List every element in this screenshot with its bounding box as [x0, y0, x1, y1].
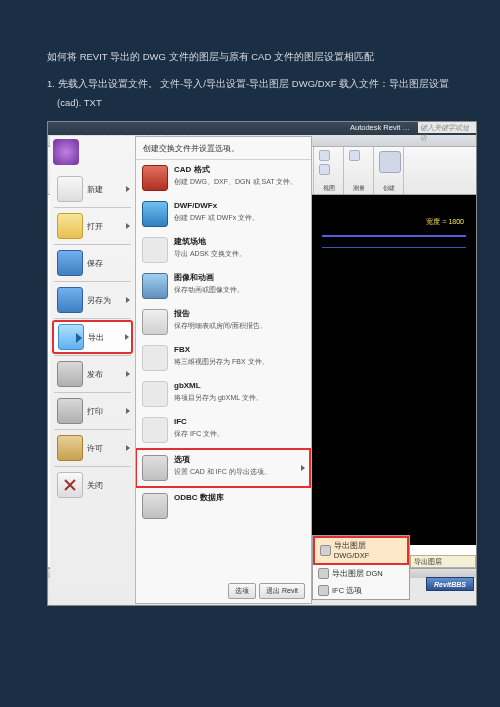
exit-revit-button[interactable]: 退出 Revit	[259, 583, 305, 599]
chevron-right-icon	[301, 465, 305, 471]
saveas-icon	[57, 287, 83, 313]
open-icon	[57, 213, 83, 239]
menu-saveas[interactable]: 另存为	[52, 283, 133, 317]
submenu-item-desc: 导出 ADSK 交换文件。	[174, 249, 304, 258]
drawing-line	[322, 247, 466, 248]
menu-save[interactable]: 保存	[52, 246, 133, 280]
chevron-right-icon	[126, 371, 130, 377]
watermark-logo: RevitBBS	[426, 577, 474, 591]
search-box[interactable]: 键入关键字或短语	[418, 122, 476, 133]
fbx-icon	[142, 345, 168, 371]
tool-icon[interactable]	[349, 150, 360, 161]
menu-close[interactable]: 关闭	[52, 468, 133, 502]
submenu-item-desc: 将项目另存为 gbXML 文件。	[174, 393, 304, 402]
save-icon	[57, 250, 83, 276]
flyout-export-layers-dgn[interactable]: 导出图层 DGN	[313, 565, 409, 582]
adsk-icon	[142, 237, 168, 263]
menu-new[interactable]: 新建	[52, 172, 133, 206]
submenu-item-title: DWF/DWFx	[174, 201, 304, 211]
layers-icon	[318, 568, 329, 579]
separator	[54, 392, 131, 393]
drawing-canvas[interactable]: 宽度 = 1800	[312, 195, 476, 545]
publish-icon	[57, 361, 83, 387]
submenu-header: 创建交换文件并设置选项。	[135, 140, 311, 160]
submenu-options[interactable]: 选项设置 CAD 和 IFC 的导出选项。	[135, 448, 311, 488]
submenu-cad-formats[interactable]: CAD 格式创建 DWG、DXF、DGN 或 SAT 文件。	[135, 160, 311, 196]
menu-label: 许可	[87, 443, 103, 454]
separator	[54, 429, 131, 430]
dwf-icon	[142, 201, 168, 227]
revit-logo-icon[interactable]	[53, 139, 79, 165]
ifc-icon	[142, 417, 168, 443]
submenu-item-title: IFC	[174, 417, 304, 427]
separator	[54, 466, 131, 467]
flyout-label: 导出图层 DWG/DXF	[334, 541, 402, 560]
product-name: Autodesk Revit …	[346, 122, 414, 133]
image-icon	[142, 273, 168, 299]
flyout-ifc-options[interactable]: IFC 选项	[313, 582, 409, 599]
document-title: 如何将 REVIT 导出的 DWG 文件的图层与原有 CAD 文件的图层设置相匹…	[47, 48, 453, 65]
wrench-icon	[142, 455, 168, 481]
menu-label: 发布	[87, 369, 103, 380]
menu-label: 导出	[88, 332, 104, 343]
menu-label: 新建	[87, 184, 103, 195]
menu-export[interactable]: 导出	[52, 320, 133, 354]
submenu-item-title: 选项	[174, 455, 304, 465]
separator	[54, 244, 131, 245]
flyout-export-layers-dwg[interactable]: 导出图层 DWG/DXF	[313, 536, 409, 565]
submenu-reports[interactable]: 报告保存明细表或房间/面积报告。	[135, 304, 311, 340]
ribbon-label: 视图	[314, 184, 343, 193]
options-button[interactable]: 选项	[228, 583, 256, 599]
submenu-item-desc: 保存动画或图像文件。	[174, 285, 304, 294]
menu-label: 打印	[87, 406, 103, 417]
options-flyout: 导出图层 DWG/DXF 导出图层 DGN IFC 选项	[312, 535, 410, 600]
step-1-text-line2: (cad). TXT	[47, 94, 453, 111]
new-icon	[57, 176, 83, 202]
close-icon	[57, 472, 83, 498]
menu-license[interactable]: 许可	[52, 431, 133, 465]
license-icon	[57, 435, 83, 461]
submenu-item-title: CAD 格式	[174, 165, 304, 175]
tool-icon[interactable]	[379, 151, 401, 173]
submenu-item-title: 报告	[174, 309, 304, 319]
dimension-label: 宽度 = 1800	[426, 217, 464, 227]
menu-label: 打开	[87, 221, 103, 232]
submenu-odbc[interactable]: ODBC 数据库	[135, 488, 311, 524]
submenu-ifc: IFC保存 IFC 文件。	[135, 412, 311, 448]
submenu-images-animations[interactable]: 图像和动画保存动画或图像文件。	[135, 268, 311, 304]
menu-print[interactable]: 打印	[52, 394, 133, 428]
submenu-building-site: 建筑场地导出 ADSK 交换文件。	[135, 232, 311, 268]
submenu-item-desc: 创建 DWG、DXF、DGN 或 SAT 文件。	[174, 177, 304, 186]
submenu-dwf[interactable]: DWF/DWFx创建 DWF 或 DWFx 文件。	[135, 196, 311, 232]
cad-icon	[142, 165, 168, 191]
flyout-label: IFC 选项	[332, 586, 362, 596]
ifc-options-icon	[318, 585, 329, 596]
ribbon-label: 测量	[344, 184, 373, 193]
database-icon	[142, 493, 168, 519]
menu-publish[interactable]: 发布	[52, 357, 133, 391]
chevron-right-icon	[126, 186, 130, 192]
chevron-right-icon	[126, 297, 130, 303]
application-menu: 新建 打开 保存 另存为 导出 发布 打印 许可 关闭	[50, 136, 136, 604]
tool-icon[interactable]	[319, 164, 330, 175]
menu-label: 保存	[87, 258, 103, 269]
submenu-item-title: FBX	[174, 345, 304, 355]
title-bar: Autodesk Revit … 键入关键字或短语	[48, 122, 476, 135]
submenu-gbxml: gbXML将项目另存为 gbXML 文件。	[135, 376, 311, 412]
submenu-fbx: FBX将三维视图另存为 FBX 文件。	[135, 340, 311, 376]
gbxml-icon	[142, 381, 168, 407]
submenu-item-desc: 将三维视图另存为 FBX 文件。	[174, 357, 304, 366]
separator	[54, 281, 131, 282]
ribbon-label: 创建	[374, 184, 403, 193]
submenu-item-desc: 保存明细表或房间/面积报告。	[174, 321, 304, 330]
submenu-item-title: 建筑场地	[174, 237, 304, 247]
separator	[54, 355, 131, 356]
step-1-text: 1. 先载入导出设置文件。 文件-导入/导出设置-导出图层 DWG/DXF 载入…	[47, 75, 453, 92]
report-icon	[142, 309, 168, 335]
menu-open[interactable]: 打开	[52, 209, 133, 243]
submenu-item-desc: 创建 DWF 或 DWFx 文件。	[174, 213, 304, 222]
chevron-right-icon	[126, 223, 130, 229]
submenu-item-desc: 设置 CAD 和 IFC 的导出选项。	[174, 467, 304, 476]
tool-icon[interactable]	[319, 150, 330, 161]
chevron-right-icon	[125, 334, 129, 340]
